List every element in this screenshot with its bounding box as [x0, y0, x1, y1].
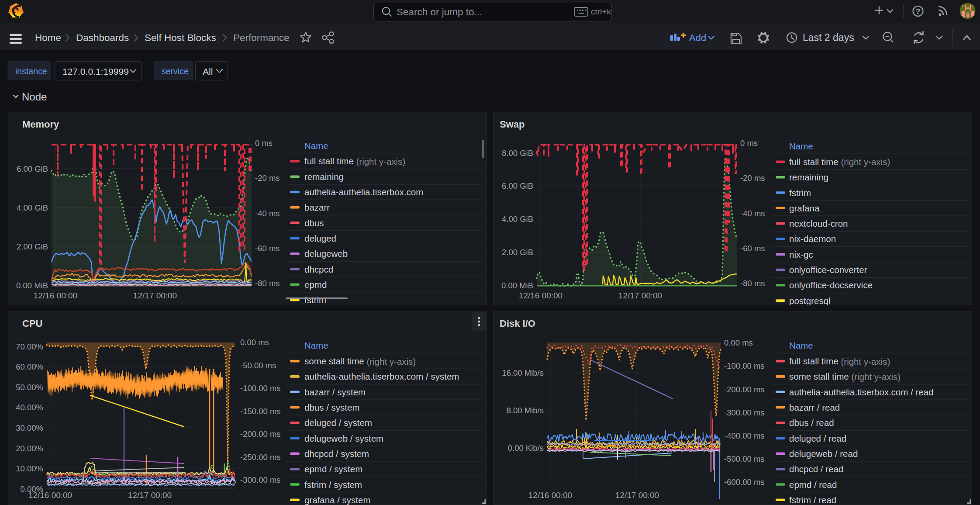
svg-text:bazarr: bazarr — [304, 202, 330, 212]
svg-text:fstrim: fstrim — [304, 295, 326, 305]
svg-text:-50.00 ms: -50.00 ms — [240, 361, 276, 370]
svg-text:CPU: CPU — [22, 318, 42, 329]
svg-text:0 ms: 0 ms — [740, 138, 758, 148]
svg-text:?: ? — [916, 7, 920, 16]
svg-text:0.00 Kib/s: 0.00 Kib/s — [508, 443, 544, 453]
svg-text:-80 ms: -80 ms — [255, 279, 280, 288]
svg-text:Memory: Memory — [22, 119, 59, 130]
svg-text:fstrim: fstrim — [789, 188, 811, 198]
svg-text:Node: Node — [22, 91, 47, 103]
svg-text:-400.00 ms: -400.00 ms — [724, 431, 765, 440]
svg-text:deluged / read: deluged / read — [789, 433, 846, 443]
svg-text:12/17 00:00: 12/17 00:00 — [618, 291, 662, 300]
svg-text:12/16 00:00: 12/16 00:00 — [519, 291, 562, 300]
svg-text:0.00 MiB: 0.00 MiB — [501, 281, 533, 290]
svg-text:30.00%: 30.00% — [16, 423, 43, 432]
svg-text:epmd / system: epmd / system — [304, 464, 362, 474]
svg-text:-80 ms: -80 ms — [740, 279, 765, 288]
svg-text:dhcpcd: dhcpcd — [304, 264, 333, 274]
svg-text:Self Host Blocks: Self Host Blocks — [145, 32, 216, 43]
svg-text:-20 ms: -20 ms — [740, 173, 765, 183]
svg-text:12/16 00:00: 12/16 00:00 — [28, 491, 72, 500]
svg-text:Disk I/O: Disk I/O — [500, 318, 535, 329]
svg-text:some stall time (right y-axis): some stall time (right y-axis) — [789, 371, 901, 381]
svg-text:bazarr / read: bazarr / read — [789, 402, 840, 412]
svg-text:-150.00 ms: -150.00 ms — [240, 407, 281, 416]
svg-text:full stall time (right y-axis): full stall time (right y-axis) — [304, 156, 405, 166]
svg-text:0.00 ms: 0.00 ms — [724, 338, 753, 347]
svg-text:Swap: Swap — [500, 119, 525, 130]
svg-text:delugeweb / system: delugeweb / system — [304, 433, 383, 443]
svg-text:-600.00 ms: -600.00 ms — [724, 477, 765, 487]
svg-text:12/17 00:00: 12/17 00:00 — [615, 491, 659, 500]
svg-text:50.00%: 50.00% — [16, 383, 43, 392]
svg-text:Add: Add — [689, 32, 706, 43]
svg-text:Name: Name — [789, 340, 813, 350]
svg-text:0 ms: 0 ms — [255, 138, 273, 148]
svg-text:12/17 00:00: 12/17 00:00 — [128, 491, 172, 500]
svg-text:60.00%: 60.00% — [16, 362, 43, 371]
svg-text:remaining: remaining — [304, 172, 344, 182]
svg-text:-250.00 ms: -250.00 ms — [240, 453, 281, 462]
svg-text:instance: instance — [15, 66, 47, 76]
svg-text:remaining: remaining — [789, 172, 828, 182]
svg-text:16.00 Mib/s: 16.00 Mib/s — [502, 368, 544, 377]
svg-text:All: All — [203, 66, 213, 76]
svg-text:12/16 00:00: 12/16 00:00 — [34, 291, 77, 300]
svg-text:authelia-authelia.tiserbox.com: authelia-authelia.tiserbox.com / system — [304, 371, 459, 381]
svg-text:12/17 00:00: 12/17 00:00 — [133, 291, 177, 300]
svg-text:dbus: dbus — [304, 218, 324, 228]
svg-text:-300.00 ms: -300.00 ms — [724, 408, 765, 417]
svg-text:grafana: grafana — [789, 203, 820, 213]
svg-text:-300.00 ms: -300.00 ms — [240, 475, 281, 484]
svg-text:20.00%: 20.00% — [16, 444, 43, 453]
svg-text:nix-daemon: nix-daemon — [789, 234, 836, 244]
svg-text:Name: Name — [789, 141, 813, 151]
svg-text:-100.00 ms: -100.00 ms — [724, 361, 765, 370]
svg-text:postgresql: postgresql — [789, 296, 831, 305]
svg-text:2.00 GiB: 2.00 GiB — [502, 248, 533, 257]
svg-text:onlyoffice-docservice: onlyoffice-docservice — [789, 280, 873, 290]
svg-text:fstrim / read: fstrim / read — [789, 495, 836, 505]
svg-text:grafana / system: grafana / system — [304, 495, 371, 505]
svg-text:nix-gc: nix-gc — [789, 249, 813, 259]
svg-text:2.00 GiB: 2.00 GiB — [17, 242, 48, 251]
svg-text:dbus / read: dbus / read — [789, 418, 834, 428]
svg-text:8.00 GiB: 8.00 GiB — [502, 149, 533, 158]
svg-text:70.00%: 70.00% — [16, 342, 43, 351]
svg-text:Name: Name — [304, 340, 328, 350]
svg-text:authelia-authelia.tiserbox.com: authelia-authelia.tiserbox.com — [304, 187, 423, 197]
svg-text:10.00%: 10.00% — [16, 464, 43, 473]
svg-text:dhcpcd / read: dhcpcd / read — [789, 464, 843, 474]
svg-text:-60 ms: -60 ms — [255, 244, 280, 253]
svg-text:4.00 GiB: 4.00 GiB — [17, 203, 48, 212]
svg-text:127.0.0.1:19999: 127.0.0.1:19999 — [62, 66, 129, 76]
svg-text:-40 ms: -40 ms — [255, 209, 280, 218]
svg-text:-40 ms: -40 ms — [740, 209, 765, 218]
svg-text:40.00%: 40.00% — [16, 403, 43, 412]
svg-text:epmd: epmd — [304, 280, 327, 290]
svg-text:6.00 GiB: 6.00 GiB — [17, 164, 48, 173]
svg-text:12/16 00:00: 12/16 00:00 — [528, 491, 572, 500]
svg-text:full stall time (right y-axis): full stall time (right y-axis) — [789, 356, 890, 366]
svg-text:service: service — [162, 66, 189, 76]
svg-text:Dashboards: Dashboards — [76, 32, 129, 43]
svg-text:authelia-authelia.tiserbox.com: authelia-authelia.tiserbox.com / read — [789, 387, 933, 397]
svg-text:Home: Home — [35, 32, 61, 43]
svg-text:-60 ms: -60 ms — [740, 244, 765, 253]
svg-text:Last 2 days: Last 2 days — [803, 32, 854, 43]
svg-text:dbus / system: dbus / system — [304, 402, 359, 412]
svg-text:delugeweb: delugeweb — [304, 249, 348, 259]
svg-text:nextcloud-cron: nextcloud-cron — [789, 218, 848, 228]
svg-text:bazarr / system: bazarr / system — [304, 387, 366, 397]
svg-text:onlyoffice-converter: onlyoffice-converter — [789, 265, 867, 275]
svg-text:-500.00 ms: -500.00 ms — [724, 454, 765, 463]
svg-text:epmd / read: epmd / read — [789, 480, 837, 490]
svg-text:deluged / system: deluged / system — [304, 418, 372, 428]
svg-text:6.00 GiB: 6.00 GiB — [502, 181, 533, 190]
svg-text:some stall time (right y-axis): some stall time (right y-axis) — [304, 356, 416, 366]
svg-text:full stall time (right y-axis): full stall time (right y-axis) — [789, 157, 890, 167]
svg-text:0.00 ms: 0.00 ms — [240, 338, 269, 347]
svg-text:-200.00 ms: -200.00 ms — [240, 429, 281, 439]
svg-text:delugeweb / read: delugeweb / read — [789, 449, 858, 459]
